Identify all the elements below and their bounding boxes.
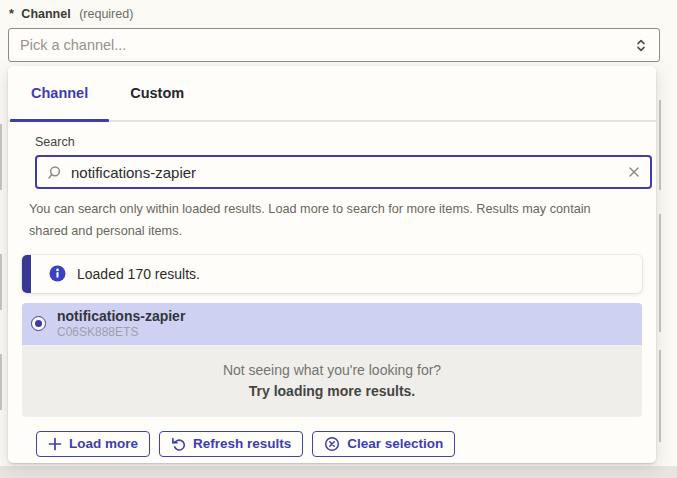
picker-actions: Load more Refresh results Clear selectio… [36,431,656,457]
result-title: notifications-zapier [57,308,185,324]
load-more-button[interactable]: Load more [36,431,150,457]
search-section: Search [35,135,642,189]
search-icon [47,165,62,180]
search-box [35,155,652,189]
channel-select[interactable]: Pick a channel... [8,28,660,62]
refresh-results-button[interactable]: Refresh results [159,431,303,457]
background-form-edge [0,254,2,310]
clear-selection-label: Clear selection [347,436,443,451]
channel-field-label: * Channel (required) [9,7,133,21]
load-more-label: Load more [69,436,138,451]
required-note: (required) [79,7,133,21]
field-label-text: Channel [21,7,70,21]
background-form-edge [0,354,2,410]
clear-circle-icon [324,436,340,452]
tab-channel-label: Channel [31,85,88,101]
window-bottom-edge [0,466,677,478]
loaded-results-alert: Loaded 170 results. [22,255,642,293]
tab-custom-label: Custom [130,85,184,101]
refresh-results-label: Refresh results [193,436,291,451]
clear-search-icon[interactable] [628,166,640,178]
search-label: Search [35,135,642,149]
search-input[interactable] [71,164,628,181]
chevron-up-down-icon [634,37,648,54]
background-form-edge [0,124,2,190]
plus-icon [48,437,62,451]
load-more-hint: Not seeing what you're looking for? Try … [22,345,642,417]
hint-line2: Try loading more results. [249,383,416,399]
clear-selection-button[interactable]: Clear selection [312,431,455,457]
search-helper-text: You can search only within loaded result… [29,199,626,243]
hint-line1: Not seeing what you're looking for? [223,362,441,378]
radio-selected-icon[interactable] [31,316,46,331]
tab-custom[interactable]: Custom [109,66,205,120]
required-asterisk: * [9,7,14,21]
alert-accent-bar [22,255,31,293]
tab-channel[interactable]: Channel [10,66,109,120]
select-placeholder: Pick a channel... [20,37,126,53]
result-row-selected[interactable]: notifications-zapier C06SK888ETS [22,303,642,345]
info-icon [49,265,66,282]
channel-picker-dropdown: Channel Custom Search You can search onl… [8,66,656,463]
picker-tabs: Channel Custom [8,66,656,122]
background-form-edge [659,350,661,442]
alert-text: Loaded 170 results. [77,266,200,282]
refresh-ccw-icon [171,436,186,451]
result-id: C06SK888ETS [57,325,185,339]
background-form-edge [659,214,661,332]
background-form-edge [659,100,661,190]
